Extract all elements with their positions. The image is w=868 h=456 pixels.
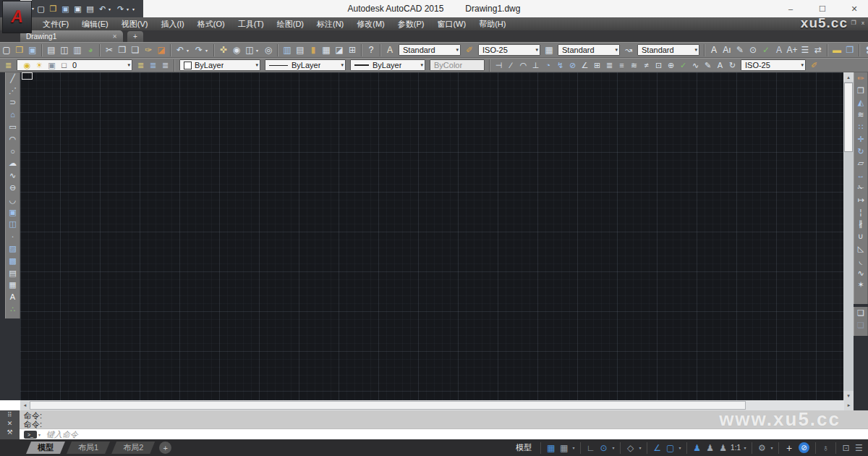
combo-caret-icon[interactable]: ▾ [798,62,804,68]
vertical-scroll-thumb[interactable] [844,83,853,152]
dim-ordinate-icon[interactable]: ⊥ [529,59,542,72]
menu-format[interactable]: 格式(O) [191,17,231,30]
construction-line-icon[interactable]: ⋰ [6,85,20,97]
menu-parametric[interactable]: 参数(P) [391,17,431,30]
quick-dim-icon[interactable]: ⊞ [591,59,603,72]
menu-edit[interactable]: 编辑(E) [75,17,115,30]
line-icon[interactable]: ╱ [6,72,20,85]
blend-curves-icon[interactable]: ∿ [854,267,868,279]
combo-caret-icon[interactable]: ▾ [417,62,423,68]
table-icon[interactable]: ▦ [6,279,20,292]
measure-distance-icon[interactable]: ▬ [830,43,843,56]
layer-color-swatch[interactable]: □ [58,60,70,70]
dim-baseline-icon[interactable]: ≣ [603,59,616,72]
scroll-left-icon[interactable]: ◂ [20,400,30,410]
point-icon[interactable]: ∙ [6,230,20,242]
object-snap-tracking-icon[interactable]: ∠ [651,442,663,454]
redo-caret-icon[interactable]: ▾ [205,48,211,53]
layer-lock-icon[interactable]: ▣ [46,60,58,70]
gradient-icon[interactable]: ▩ [6,255,20,267]
chamfer-icon[interactable]: ◺ [854,242,868,255]
undo-caret-icon[interactable]: ▾ [187,48,192,53]
arc-icon[interactable]: ◠ [6,133,20,145]
design-center-icon[interactable]: ▤ [294,43,307,56]
menu-help[interactable]: 帮助(H) [472,17,512,30]
print-preview-icon[interactable]: ◫ [58,43,71,56]
workspace-gear-icon[interactable]: ⚙ [756,442,768,454]
customize-plus-icon[interactable]: + [783,442,796,454]
command-input-placeholder[interactable]: 键入命令 [46,429,78,440]
table-style-icon[interactable]: ▦ [542,43,556,56]
minimize-button[interactable]: – [786,4,796,13]
tab-layout1[interactable]: 布局1 [67,442,110,454]
move-icon[interactable]: ✛ [854,133,868,145]
redo-caret-icon[interactable]: ▾ [127,7,132,12]
dim-update-icon[interactable]: ↻ [726,59,739,72]
fillet-icon[interactable]: ◟ [854,255,868,267]
make-block-icon[interactable]: ◫ [6,219,20,231]
close-button[interactable]: ✕ [849,4,859,14]
copy-icon[interactable]: ❐ [116,43,129,56]
polyline-icon[interactable]: ⊃ [6,97,20,109]
maximize-button[interactable]: ☐ [817,4,827,14]
layer-freeze-sun-icon[interactable]: ☀ [33,60,46,70]
spell-check-icon[interactable]: ✓ [760,43,773,56]
undo-icon[interactable]: ↶ [174,43,187,56]
print-icon[interactable]: ▤ [45,43,58,56]
mleader-style-combo[interactable]: Standard ▾ [637,44,699,56]
isodraft-caret-icon[interactable]: ▾ [637,445,643,450]
model-space-button[interactable]: 模型 [511,442,537,453]
bring-to-front-icon[interactable]: ❏ [854,307,868,319]
rectangle-icon[interactable]: ▭ [6,121,20,133]
layer-onoff-bulb-icon[interactable]: ◉ [21,60,33,70]
text-style-combo[interactable]: Standard ▾ [399,44,461,56]
application-menu-button[interactable]: A [2,1,32,33]
quick-calc-icon[interactable]: ⊞ [346,43,359,56]
scale-text-icon[interactable]: A+ [786,43,799,56]
dim-arc-length-icon[interactable]: ◠ [517,59,529,72]
menu-dimension[interactable]: 标注(N) [310,17,350,30]
polar-caret-icon[interactable]: ▾ [610,445,616,450]
cmd-close-icon[interactable]: ✕ [4,419,16,428]
save-icon[interactable]: ▣ [26,43,39,56]
dim-radius-icon[interactable]: ◔ [542,59,554,72]
annotation-visibility-icon[interactable]: ♟ [691,442,703,454]
paste-icon[interactable]: ❏ [129,43,142,56]
application-menu-caret-icon[interactable]: ▾ [32,6,34,11]
menu-modify[interactable]: 修改(M) [350,17,391,30]
join-icon[interactable]: ∪ [854,230,868,242]
offset-icon[interactable]: ≋ [854,109,868,121]
publish-icon[interactable]: ◕ [84,43,97,56]
combo-caret-icon[interactable]: ▾ [338,62,344,68]
explode-icon[interactable]: ✶ [854,279,868,292]
region-icon[interactable]: ▤ [6,267,20,279]
file-tab-drawing1[interactable]: Drawing1 ✕ [20,30,123,42]
dim-edit-icon[interactable]: ✎ [702,59,714,72]
convert-space-icon[interactable]: ⇄ [812,43,825,56]
zoom-realtime-icon[interactable]: ◉ [230,43,243,56]
center-mark-icon[interactable]: ⊕ [665,59,677,72]
divide-icon[interactable]: ∴ [6,303,20,316]
cut-icon[interactable]: ✂ [103,43,116,56]
command-prompt-icon[interactable]: >_ [24,431,37,439]
annotation-scale-caret-icon[interactable]: ▾ [742,445,748,450]
menu-draw[interactable]: 绘图(D) [271,17,310,30]
break-icon[interactable]: ∦ [854,219,868,231]
menu-insert[interactable]: 插入(I) [154,17,190,30]
extend-icon[interactable]: ↦ [854,194,868,206]
isodraft-icon[interactable]: ◇ [624,442,637,454]
scroll-down-icon[interactable]: ▾ [843,391,854,400]
etransmit-icon[interactable]: ❡ [862,43,868,56]
table-style-combo[interactable]: Standard ▾ [558,44,620,56]
annotation-autoscale-icon[interactable]: ♟ [704,442,716,454]
polygon-icon[interactable]: ⌂ [6,109,20,121]
doc-restore-icon[interactable]: ❐ [850,20,857,27]
zoom-previous-icon[interactable]: ◎ [262,43,275,56]
sheet-set-manager-icon[interactable]: ▦ [320,43,333,56]
doc-close-icon[interactable]: x [859,20,867,27]
dim-jog-line-icon[interactable]: ∿ [689,59,702,72]
snap-caret-icon[interactable]: ▾ [571,445,576,450]
cmd-drag-grip-icon[interactable]: ⠿ [4,410,16,419]
annotation-scale-value[interactable]: 1:1 [730,444,741,452]
edit-text-icon[interactable]: ✎ [733,43,746,56]
